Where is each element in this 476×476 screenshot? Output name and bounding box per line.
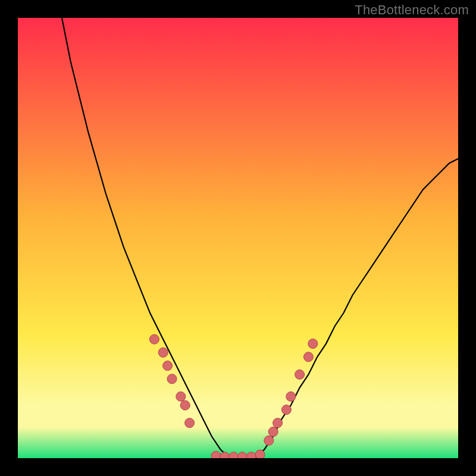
marker-right-5 <box>295 369 305 379</box>
watermark-text: TheBottleneck.com <box>355 2 469 18</box>
chart-frame: TheBottleneck.com <box>0 0 476 476</box>
marker-left-4 <box>176 392 186 401</box>
marker-left-6 <box>185 418 195 428</box>
marker-left-0 <box>149 334 159 344</box>
marker-right-7 <box>308 339 318 349</box>
marker-left-5 <box>180 400 190 410</box>
marker-bottom-5 <box>255 450 265 458</box>
marker-right-0 <box>264 436 274 445</box>
marker-left-2 <box>163 361 173 371</box>
marker-bottom-0 <box>211 451 221 458</box>
marker-right-6 <box>303 352 313 362</box>
marker-left-3 <box>167 374 177 384</box>
chart-svg <box>18 18 458 458</box>
gradient-background <box>18 18 458 458</box>
marker-right-4 <box>286 392 296 401</box>
marker-right-2 <box>273 418 283 428</box>
marker-left-1 <box>158 347 168 357</box>
plot-area <box>18 18 458 458</box>
marker-right-3 <box>281 405 291 415</box>
marker-right-1 <box>268 427 278 437</box>
